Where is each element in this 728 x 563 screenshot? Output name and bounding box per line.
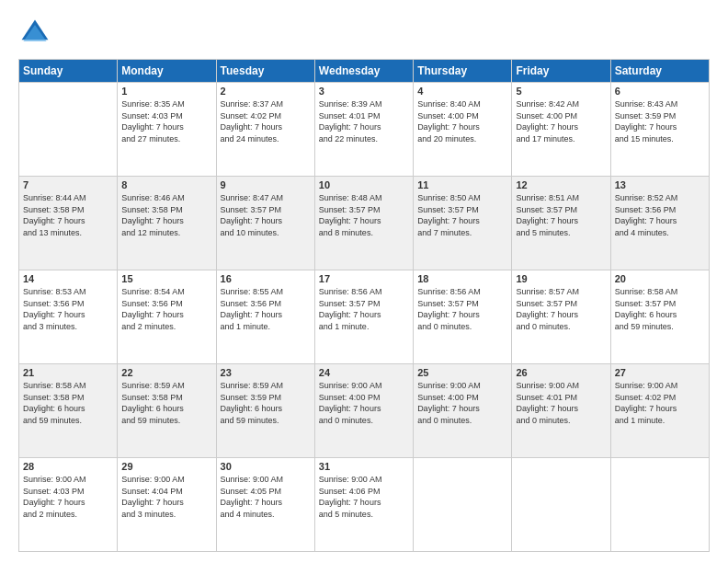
calendar-cell: 23Sunrise: 8:59 AM Sunset: 3:59 PM Dayli… xyxy=(216,364,314,458)
day-info: Sunrise: 9:00 AM Sunset: 4:06 PM Dayligh… xyxy=(319,474,409,520)
day-number: 15 xyxy=(121,273,211,284)
day-header-saturday: Saturday xyxy=(610,60,709,83)
day-info: Sunrise: 8:56 AM Sunset: 3:57 PM Dayligh… xyxy=(417,286,507,332)
day-info: Sunrise: 8:51 AM Sunset: 3:57 PM Dayligh… xyxy=(516,192,606,238)
logo xyxy=(18,17,57,50)
calendar-week-row: 1Sunrise: 8:35 AM Sunset: 4:03 PM Daylig… xyxy=(19,83,710,177)
day-info: Sunrise: 8:54 AM Sunset: 3:56 PM Dayligh… xyxy=(121,286,211,332)
day-info: Sunrise: 9:00 AM Sunset: 4:04 PM Dayligh… xyxy=(121,474,211,520)
day-info: Sunrise: 8:52 AM Sunset: 3:56 PM Dayligh… xyxy=(615,192,705,238)
day-header-tuesday: Tuesday xyxy=(216,60,314,83)
calendar-cell: 22Sunrise: 8:59 AM Sunset: 3:58 PM Dayli… xyxy=(118,364,216,458)
calendar-cell: 20Sunrise: 8:58 AM Sunset: 3:57 PM Dayli… xyxy=(610,270,709,364)
logo-icon xyxy=(18,17,51,50)
day-info: Sunrise: 8:48 AM Sunset: 3:57 PM Dayligh… xyxy=(319,192,409,238)
calendar-cell: 6Sunrise: 8:43 AM Sunset: 3:59 PM Daylig… xyxy=(610,83,709,177)
calendar-cell: 14Sunrise: 8:53 AM Sunset: 3:56 PM Dayli… xyxy=(19,270,118,364)
day-info: Sunrise: 8:56 AM Sunset: 3:57 PM Dayligh… xyxy=(319,286,409,332)
calendar-cell xyxy=(512,458,610,552)
calendar-cell: 21Sunrise: 8:58 AM Sunset: 3:58 PM Dayli… xyxy=(19,364,118,458)
day-header-monday: Monday xyxy=(118,60,216,83)
calendar-cell: 4Sunrise: 8:40 AM Sunset: 4:00 PM Daylig… xyxy=(414,83,512,177)
day-header-thursday: Thursday xyxy=(414,60,512,83)
day-info: Sunrise: 9:00 AM Sunset: 4:03 PM Dayligh… xyxy=(23,474,113,520)
day-info: Sunrise: 8:44 AM Sunset: 3:58 PM Dayligh… xyxy=(23,192,113,238)
calendar-cell: 27Sunrise: 9:00 AM Sunset: 4:02 PM Dayli… xyxy=(610,364,709,458)
calendar-cell: 13Sunrise: 8:52 AM Sunset: 3:56 PM Dayli… xyxy=(610,177,709,270)
day-number: 10 xyxy=(319,179,409,190)
day-number: 17 xyxy=(319,273,409,284)
calendar-cell: 1Sunrise: 8:35 AM Sunset: 4:03 PM Daylig… xyxy=(118,83,216,177)
calendar-header-row: SundayMondayTuesdayWednesdayThursdayFrid… xyxy=(19,60,710,83)
calendar-week-row: 28Sunrise: 9:00 AM Sunset: 4:03 PM Dayli… xyxy=(19,458,710,552)
header xyxy=(18,17,710,50)
day-info: Sunrise: 8:58 AM Sunset: 3:57 PM Dayligh… xyxy=(615,286,705,332)
day-number: 31 xyxy=(319,461,409,472)
calendar-week-row: 14Sunrise: 8:53 AM Sunset: 3:56 PM Dayli… xyxy=(19,270,710,364)
day-number: 21 xyxy=(23,367,113,378)
day-number: 9 xyxy=(221,179,311,190)
calendar-cell: 17Sunrise: 8:56 AM Sunset: 3:57 PM Dayli… xyxy=(314,270,413,364)
day-number: 24 xyxy=(319,367,409,378)
day-info: Sunrise: 9:00 AM Sunset: 4:02 PM Dayligh… xyxy=(615,380,705,426)
day-info: Sunrise: 9:00 AM Sunset: 4:00 PM Dayligh… xyxy=(319,380,409,426)
day-info: Sunrise: 9:00 AM Sunset: 4:05 PM Dayligh… xyxy=(221,474,311,520)
calendar-cell xyxy=(19,83,118,177)
calendar-cell: 3Sunrise: 8:39 AM Sunset: 4:01 PM Daylig… xyxy=(314,83,413,177)
day-number: 18 xyxy=(417,273,507,284)
day-info: Sunrise: 8:53 AM Sunset: 3:56 PM Dayligh… xyxy=(23,286,113,332)
day-info: Sunrise: 8:42 AM Sunset: 4:00 PM Dayligh… xyxy=(516,98,606,144)
day-info: Sunrise: 8:59 AM Sunset: 3:59 PM Dayligh… xyxy=(221,380,311,426)
day-info: Sunrise: 8:39 AM Sunset: 4:01 PM Dayligh… xyxy=(319,98,409,144)
calendar-cell: 11Sunrise: 8:50 AM Sunset: 3:57 PM Dayli… xyxy=(414,177,512,270)
day-number: 22 xyxy=(121,367,211,378)
day-info: Sunrise: 8:37 AM Sunset: 4:02 PM Dayligh… xyxy=(221,98,311,144)
calendar-cell xyxy=(610,458,709,552)
calendar-cell: 31Sunrise: 9:00 AM Sunset: 4:06 PM Dayli… xyxy=(314,458,413,552)
calendar-cell: 26Sunrise: 9:00 AM Sunset: 4:01 PM Dayli… xyxy=(512,364,610,458)
day-number: 6 xyxy=(615,86,705,97)
day-number: 20 xyxy=(615,273,705,284)
day-info: Sunrise: 9:00 AM Sunset: 4:01 PM Dayligh… xyxy=(516,380,606,426)
day-number: 19 xyxy=(516,273,606,284)
day-header-wednesday: Wednesday xyxy=(314,60,413,83)
day-info: Sunrise: 8:35 AM Sunset: 4:03 PM Dayligh… xyxy=(121,98,211,144)
calendar-cell: 28Sunrise: 9:00 AM Sunset: 4:03 PM Dayli… xyxy=(19,458,118,552)
day-info: Sunrise: 8:58 AM Sunset: 3:58 PM Dayligh… xyxy=(23,380,113,426)
day-number: 1 xyxy=(121,86,211,97)
calendar-cell xyxy=(414,458,512,552)
calendar-cell: 24Sunrise: 9:00 AM Sunset: 4:00 PM Dayli… xyxy=(314,364,413,458)
day-number: 7 xyxy=(23,179,113,190)
calendar: SundayMondayTuesdayWednesdayThursdayFrid… xyxy=(18,59,710,552)
day-number: 8 xyxy=(121,179,211,190)
day-number: 11 xyxy=(417,179,507,190)
day-number: 28 xyxy=(23,461,113,472)
day-number: 3 xyxy=(319,86,409,97)
calendar-cell: 2Sunrise: 8:37 AM Sunset: 4:02 PM Daylig… xyxy=(216,83,314,177)
day-info: Sunrise: 8:47 AM Sunset: 3:57 PM Dayligh… xyxy=(221,192,311,238)
calendar-cell: 8Sunrise: 8:46 AM Sunset: 3:58 PM Daylig… xyxy=(118,177,216,270)
calendar-cell: 5Sunrise: 8:42 AM Sunset: 4:00 PM Daylig… xyxy=(512,83,610,177)
day-info: Sunrise: 8:57 AM Sunset: 3:57 PM Dayligh… xyxy=(516,286,606,332)
day-number: 2 xyxy=(221,86,311,97)
day-info: Sunrise: 8:55 AM Sunset: 3:56 PM Dayligh… xyxy=(221,286,311,332)
day-number: 13 xyxy=(615,179,705,190)
day-number: 5 xyxy=(516,86,606,97)
calendar-cell: 10Sunrise: 8:48 AM Sunset: 3:57 PM Dayli… xyxy=(314,177,413,270)
calendar-cell: 12Sunrise: 8:51 AM Sunset: 3:57 PM Dayli… xyxy=(512,177,610,270)
calendar-cell: 15Sunrise: 8:54 AM Sunset: 3:56 PM Dayli… xyxy=(118,270,216,364)
calendar-week-row: 7Sunrise: 8:44 AM Sunset: 3:58 PM Daylig… xyxy=(19,177,710,270)
calendar-cell: 9Sunrise: 8:47 AM Sunset: 3:57 PM Daylig… xyxy=(216,177,314,270)
day-number: 27 xyxy=(615,367,705,378)
calendar-week-row: 21Sunrise: 8:58 AM Sunset: 3:58 PM Dayli… xyxy=(19,364,710,458)
day-info: Sunrise: 8:59 AM Sunset: 3:58 PM Dayligh… xyxy=(121,380,211,426)
day-number: 16 xyxy=(221,273,311,284)
day-number: 23 xyxy=(221,367,311,378)
day-number: 14 xyxy=(23,273,113,284)
calendar-cell: 25Sunrise: 9:00 AM Sunset: 4:00 PM Dayli… xyxy=(414,364,512,458)
page: SundayMondayTuesdayWednesdayThursdayFrid… xyxy=(0,0,728,563)
calendar-cell: 29Sunrise: 9:00 AM Sunset: 4:04 PM Dayli… xyxy=(118,458,216,552)
calendar-cell: 7Sunrise: 8:44 AM Sunset: 3:58 PM Daylig… xyxy=(19,177,118,270)
day-number: 4 xyxy=(417,86,507,97)
calendar-cell: 30Sunrise: 9:00 AM Sunset: 4:05 PM Dayli… xyxy=(216,458,314,552)
